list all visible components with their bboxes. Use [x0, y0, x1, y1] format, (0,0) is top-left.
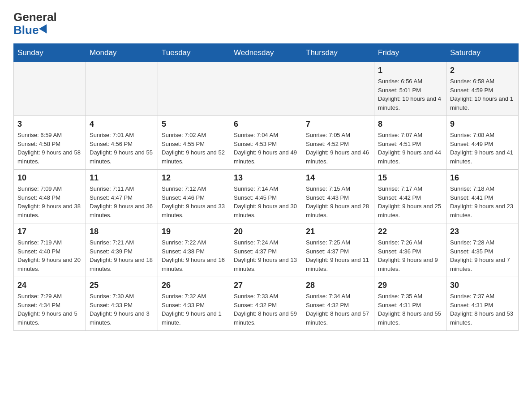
calendar-cell: 22Sunrise: 7:26 AM Sunset: 4:36 PM Dayli… — [374, 223, 446, 277]
calendar-cell: 19Sunrise: 7:22 AM Sunset: 4:38 PM Dayli… — [158, 223, 230, 277]
day-info: Sunrise: 7:19 AM Sunset: 4:40 PM Dayligh… — [17, 238, 82, 273]
logo-triangle-icon — [39, 24, 51, 36]
day-of-week-header: Tuesday — [158, 44, 230, 62]
calendar-table: SundayMondayTuesdayWednesdayThursdayFrid… — [13, 43, 519, 331]
day-number: 23 — [450, 227, 515, 236]
day-info: Sunrise: 6:59 AM Sunset: 4:58 PM Dayligh… — [17, 131, 82, 166]
day-number: 25 — [90, 281, 154, 290]
calendar-cell: 23Sunrise: 7:28 AM Sunset: 4:35 PM Dayli… — [446, 223, 519, 277]
day-info: Sunrise: 6:56 AM Sunset: 5:01 PM Dayligh… — [378, 77, 442, 112]
day-number: 24 — [17, 281, 82, 290]
calendar-cell: 4Sunrise: 7:01 AM Sunset: 4:56 PM Daylig… — [86, 116, 158, 170]
day-number: 22 — [378, 227, 442, 236]
day-info: Sunrise: 7:01 AM Sunset: 4:56 PM Dayligh… — [90, 131, 154, 166]
day-info: Sunrise: 7:35 AM Sunset: 4:31 PM Dayligh… — [378, 292, 442, 327]
calendar-cell: 2Sunrise: 6:58 AM Sunset: 4:59 PM Daylig… — [446, 62, 519, 116]
calendar-cell: 12Sunrise: 7:12 AM Sunset: 4:46 PM Dayli… — [158, 170, 230, 223]
calendar-cell — [158, 62, 230, 116]
day-number: 10 — [17, 173, 82, 183]
day-info: Sunrise: 6:58 AM Sunset: 4:59 PM Dayligh… — [450, 77, 515, 112]
day-of-week-header: Wednesday — [230, 44, 302, 62]
logo: General Blue — [13, 11, 57, 36]
calendar-cell: 8Sunrise: 7:07 AM Sunset: 4:51 PM Daylig… — [374, 116, 446, 170]
logo-general-text: General — [13, 11, 57, 24]
day-info: Sunrise: 7:25 AM Sunset: 4:37 PM Dayligh… — [306, 238, 370, 273]
calendar-cell: 25Sunrise: 7:30 AM Sunset: 4:33 PM Dayli… — [86, 277, 158, 331]
calendar-week-row: 24Sunrise: 7:29 AM Sunset: 4:34 PM Dayli… — [14, 277, 519, 331]
day-info: Sunrise: 7:26 AM Sunset: 4:36 PM Dayligh… — [378, 238, 442, 273]
day-number: 15 — [378, 173, 442, 183]
calendar-cell: 28Sunrise: 7:34 AM Sunset: 4:32 PM Dayli… — [302, 277, 374, 331]
day-info: Sunrise: 7:09 AM Sunset: 4:48 PM Dayligh… — [17, 184, 82, 219]
day-info: Sunrise: 7:11 AM Sunset: 4:47 PM Dayligh… — [90, 184, 154, 219]
day-number: 17 — [17, 227, 82, 236]
day-info: Sunrise: 7:17 AM Sunset: 4:42 PM Dayligh… — [378, 184, 442, 219]
day-info: Sunrise: 7:34 AM Sunset: 4:32 PM Dayligh… — [306, 292, 370, 327]
calendar-cell: 20Sunrise: 7:24 AM Sunset: 4:37 PM Dayli… — [230, 223, 302, 277]
calendar-cell — [230, 62, 302, 116]
calendar-week-row: 10Sunrise: 7:09 AM Sunset: 4:48 PM Dayli… — [14, 170, 519, 223]
day-number: 9 — [450, 120, 515, 129]
calendar-cell: 13Sunrise: 7:14 AM Sunset: 4:45 PM Dayli… — [230, 170, 302, 223]
calendar-cell: 6Sunrise: 7:04 AM Sunset: 4:53 PM Daylig… — [230, 116, 302, 170]
day-number: 11 — [90, 173, 154, 183]
day-info: Sunrise: 7:37 AM Sunset: 4:31 PM Dayligh… — [450, 292, 515, 327]
day-number: 13 — [234, 173, 298, 183]
calendar-cell: 17Sunrise: 7:19 AM Sunset: 4:40 PM Dayli… — [14, 223, 86, 277]
day-number: 19 — [162, 227, 226, 236]
day-info: Sunrise: 7:21 AM Sunset: 4:39 PM Dayligh… — [90, 238, 154, 273]
day-number: 21 — [306, 227, 370, 236]
day-number: 26 — [162, 281, 226, 290]
calendar-week-row: 1Sunrise: 6:56 AM Sunset: 5:01 PM Daylig… — [14, 62, 519, 116]
day-of-week-header: Thursday — [302, 44, 374, 62]
day-of-week-header: Monday — [86, 44, 158, 62]
day-number: 2 — [450, 66, 515, 75]
day-info: Sunrise: 7:04 AM Sunset: 4:53 PM Dayligh… — [234, 131, 298, 166]
day-info: Sunrise: 7:30 AM Sunset: 4:33 PM Dayligh… — [90, 292, 154, 327]
calendar-cell: 29Sunrise: 7:35 AM Sunset: 4:31 PM Dayli… — [374, 277, 446, 331]
calendar-cell: 27Sunrise: 7:33 AM Sunset: 4:32 PM Dayli… — [230, 277, 302, 331]
calendar-cell: 9Sunrise: 7:08 AM Sunset: 4:49 PM Daylig… — [446, 116, 519, 170]
day-info: Sunrise: 7:29 AM Sunset: 4:34 PM Dayligh… — [17, 292, 82, 327]
calendar-cell: 21Sunrise: 7:25 AM Sunset: 4:37 PM Dayli… — [302, 223, 374, 277]
day-number: 1 — [378, 66, 442, 75]
calendar-week-row: 17Sunrise: 7:19 AM Sunset: 4:40 PM Dayli… — [14, 223, 519, 277]
calendar-cell: 7Sunrise: 7:05 AM Sunset: 4:52 PM Daylig… — [302, 116, 374, 170]
logo-blue-text: Blue — [13, 24, 49, 37]
day-info: Sunrise: 7:33 AM Sunset: 4:32 PM Dayligh… — [234, 292, 298, 327]
day-number: 5 — [162, 120, 226, 129]
day-info: Sunrise: 7:15 AM Sunset: 4:43 PM Dayligh… — [306, 184, 370, 219]
calendar-week-row: 3Sunrise: 6:59 AM Sunset: 4:58 PM Daylig… — [14, 116, 519, 170]
calendar-cell — [302, 62, 374, 116]
day-number: 29 — [378, 281, 442, 290]
day-number: 7 — [306, 120, 370, 129]
day-info: Sunrise: 7:05 AM Sunset: 4:52 PM Dayligh… — [306, 131, 370, 166]
day-number: 18 — [90, 227, 154, 236]
day-of-week-header: Friday — [374, 44, 446, 62]
day-number: 6 — [234, 120, 298, 129]
calendar-cell: 10Sunrise: 7:09 AM Sunset: 4:48 PM Dayli… — [14, 170, 86, 223]
day-info: Sunrise: 7:08 AM Sunset: 4:49 PM Dayligh… — [450, 131, 515, 166]
day-number: 8 — [378, 120, 442, 129]
day-info: Sunrise: 7:24 AM Sunset: 4:37 PM Dayligh… — [234, 238, 298, 273]
page-header: General Blue — [13, 9, 519, 36]
calendar-cell — [14, 62, 86, 116]
day-number: 16 — [450, 173, 515, 183]
calendar-cell: 18Sunrise: 7:21 AM Sunset: 4:39 PM Dayli… — [86, 223, 158, 277]
day-info: Sunrise: 7:14 AM Sunset: 4:45 PM Dayligh… — [234, 184, 298, 219]
day-number: 20 — [234, 227, 298, 236]
day-number: 12 — [162, 173, 226, 183]
day-of-week-header: Sunday — [14, 44, 86, 62]
day-number: 3 — [17, 120, 82, 129]
day-info: Sunrise: 7:22 AM Sunset: 4:38 PM Dayligh… — [162, 238, 226, 273]
day-number: 30 — [450, 281, 515, 290]
day-number: 27 — [234, 281, 298, 290]
calendar-cell: 15Sunrise: 7:17 AM Sunset: 4:42 PM Dayli… — [374, 170, 446, 223]
calendar-cell: 26Sunrise: 7:32 AM Sunset: 4:33 PM Dayli… — [158, 277, 230, 331]
day-number: 14 — [306, 173, 370, 183]
calendar-header-row: SundayMondayTuesdayWednesdayThursdayFrid… — [14, 44, 519, 62]
day-info: Sunrise: 7:18 AM Sunset: 4:41 PM Dayligh… — [450, 184, 515, 219]
day-info: Sunrise: 7:28 AM Sunset: 4:35 PM Dayligh… — [450, 238, 515, 273]
day-number: 28 — [306, 281, 370, 290]
calendar-cell: 14Sunrise: 7:15 AM Sunset: 4:43 PM Dayli… — [302, 170, 374, 223]
